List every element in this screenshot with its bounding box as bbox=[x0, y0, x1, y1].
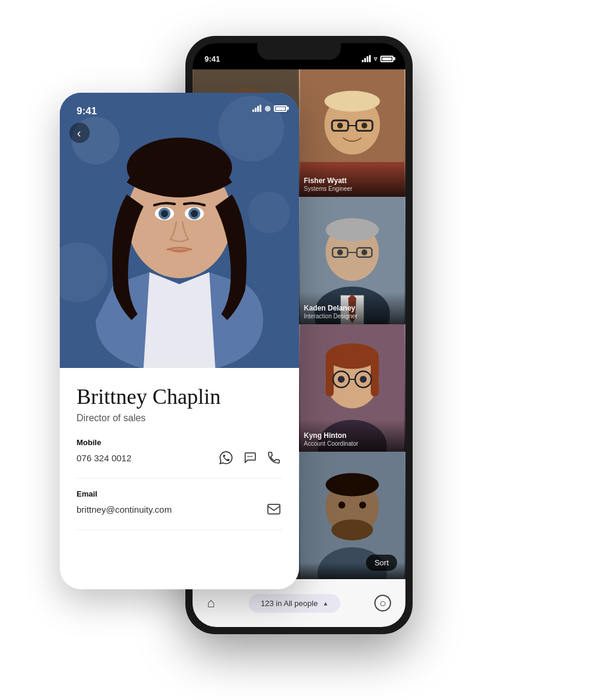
divider-1 bbox=[77, 478, 282, 479]
contact-role-6: Account Coordinator bbox=[304, 440, 401, 447]
all-people-button[interactable]: 123 in All people ▲ bbox=[249, 594, 340, 613]
svg-point-16 bbox=[337, 123, 343, 129]
status-icons-front: ⊛ bbox=[252, 104, 287, 113]
contact-card-4[interactable]: Kaden Delaney Interaction Designer bbox=[299, 197, 405, 324]
contact-name-4: Kaden Delaney bbox=[304, 304, 401, 312]
contact-card-2[interactable]: Fisher Wyatt Systems Engineer bbox=[299, 69, 405, 197]
mobile-value: 076 324 0012 bbox=[77, 453, 132, 463]
svg-point-69 bbox=[331, 519, 373, 540]
portrait-svg: 9:41 bbox=[60, 93, 299, 368]
time-back: 9:41 bbox=[205, 54, 220, 63]
profile-card: 9:41 ⊛ ‹ Brittney Chaplin Director of sa… bbox=[60, 93, 299, 589]
chevron-up-icon: ▲ bbox=[322, 600, 328, 607]
mobile-actions bbox=[218, 449, 282, 466]
notch bbox=[257, 43, 341, 60]
mobile-label: Mobile bbox=[77, 438, 282, 447]
search-bottom-icon[interactable]: ○ bbox=[374, 595, 391, 611]
svg-point-83 bbox=[161, 210, 168, 217]
contact-card-8[interactable]: Sort bbox=[299, 452, 405, 579]
contact-card-6[interactable]: Kyng Hinton Account Coordinator bbox=[299, 324, 405, 452]
svg-rect-50 bbox=[325, 356, 334, 397]
email-actions bbox=[266, 501, 282, 518]
svg-rect-91 bbox=[268, 504, 280, 514]
divider-2 bbox=[77, 529, 282, 530]
wifi-icon-front: ⊛ bbox=[264, 104, 271, 113]
svg-rect-51 bbox=[371, 356, 379, 397]
contact-info-6: Kyng Hinton Account Coordinator bbox=[299, 419, 405, 452]
svg-point-56 bbox=[360, 376, 367, 383]
svg-point-71 bbox=[359, 501, 367, 509]
contact-info-4: Kaden Delaney Interaction Designer bbox=[299, 292, 405, 324]
email-send-button[interactable] bbox=[266, 501, 282, 518]
contact-name-6: Kyng Hinton bbox=[304, 431, 401, 440]
svg-point-55 bbox=[338, 376, 345, 383]
status-icons-back: ▿︎ bbox=[362, 55, 393, 63]
signal-icon bbox=[362, 55, 371, 62]
svg-point-37 bbox=[361, 249, 367, 255]
back-chevron-icon: ‹ bbox=[77, 126, 81, 140]
signal-icon-front bbox=[252, 105, 261, 112]
svg-point-86 bbox=[191, 210, 198, 217]
svg-point-75 bbox=[248, 191, 290, 233]
contact-role-2: Systems Engineer bbox=[304, 185, 401, 192]
wifi-icon: ▿︎ bbox=[374, 55, 377, 63]
svg-point-36 bbox=[337, 249, 343, 255]
email-field: Email brittney@continuity.com bbox=[77, 489, 282, 518]
svg-point-17 bbox=[361, 123, 367, 129]
battery-icon-front bbox=[274, 105, 287, 112]
battery-icon bbox=[380, 56, 393, 62]
svg-point-89 bbox=[249, 456, 251, 457]
svg-point-70 bbox=[338, 501, 346, 509]
svg-point-68 bbox=[325, 473, 379, 497]
sort-badge[interactable]: Sort bbox=[366, 555, 397, 571]
chat-button[interactable] bbox=[242, 449, 258, 466]
contact-info-2: Fisher Wyatt Systems Engineer bbox=[299, 165, 405, 197]
whatsapp-button[interactable] bbox=[218, 449, 234, 466]
profile-photo-area: 9:41 ⊛ ‹ bbox=[60, 93, 299, 368]
mobile-field: Mobile 076 324 0012 bbox=[77, 438, 282, 466]
status-bar-front: ⊛ bbox=[60, 93, 299, 119]
home-icon[interactable]: ⌂ bbox=[207, 595, 215, 611]
svg-point-90 bbox=[251, 456, 252, 457]
svg-point-12 bbox=[325, 91, 380, 112]
svg-point-88 bbox=[248, 456, 249, 457]
phone-button[interactable] bbox=[266, 449, 282, 466]
people-count-label: 123 in All people bbox=[261, 599, 318, 608]
contact-role-4: Interaction Designer bbox=[304, 313, 401, 319]
back-button[interactable]: ‹ bbox=[69, 123, 90, 143]
mobile-row: 076 324 0012 bbox=[77, 449, 282, 466]
svg-point-32 bbox=[325, 218, 379, 242]
email-label: Email bbox=[77, 489, 282, 498]
profile-name: Brittney Chaplin bbox=[77, 385, 282, 409]
contact-name-2: Fisher Wyatt bbox=[304, 176, 401, 185]
profile-detail: Brittney Chaplin Director of sales Mobil… bbox=[60, 368, 299, 589]
email-value: brittney@continuity.com bbox=[77, 504, 172, 515]
email-row: brittney@continuity.com bbox=[77, 501, 282, 518]
profile-title: Director of sales bbox=[77, 413, 282, 424]
